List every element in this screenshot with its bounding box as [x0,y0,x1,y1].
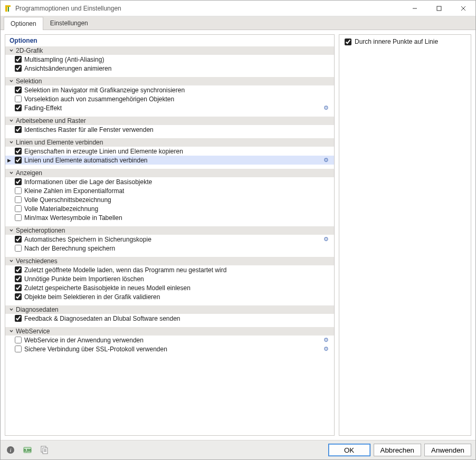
opt-identisches-raster-label: Identisches Raster für alle Fenster verw… [23,126,323,133]
opt-multisampling-label: Multisampling (Anti-Aliasing) [23,56,323,63]
opt-durch-innere-punkte[interactable]: Durch innere Punkte auf Linie [345,38,465,45]
gear-icon[interactable]: ⚙ [323,337,332,343]
opt-basisobjekte-einlesen-checkbox[interactable] [15,284,22,291]
gear-icon[interactable]: ⚙ [323,104,332,111]
opt-feedback-senden-checkbox[interactable] [15,315,22,322]
close-button[interactable] [451,1,475,16]
grp-anzeigen-label: Anzeigen [15,169,332,177]
opt-kleine-zahlen-exp[interactable]: Kleine Zahlen im Exponentialformat [5,186,334,195]
opt-nach-berechnung-speichern[interactable]: Nach der Berechnung speichern [5,244,334,253]
opt-feedback-senden[interactable]: Feedback & Diagnosedaten an Dlubal Softw… [5,314,334,323]
detail-panel: Durch innere Punkte auf Linie [339,34,471,436]
opt-kleine-zahlen-exp-checkbox[interactable] [15,187,22,194]
grp-verschiedenes-header[interactable]: Verschiedenes [5,257,334,265]
opt-objekte-validieren[interactable]: Objekte beim Selektieren in der Grafik v… [5,292,334,301]
opt-navigator-sync[interactable]: Selektion im Navigator mit Grafikanzeige… [5,85,334,94]
opt-ansichtsaenderungen-animieren[interactable]: Ansichtsänderungen animieren [5,64,334,73]
opt-webservice-verwenden[interactable]: WebService in der Anwendung verwenden⚙ [5,336,334,344]
opt-minmax-werte-checkbox[interactable] [15,214,22,221]
opt-multisampling[interactable]: Multisampling (Anti-Aliasing) [5,55,334,64]
grp-verschiedenes-label: Verschiedenes [15,257,332,265]
grp-webservice-header[interactable]: WebService [5,327,334,336]
opt-ssl-verbindung[interactable]: Sichere Verbindung über SSL-Protokoll ve… [5,344,334,353]
copy-icon[interactable] [39,444,50,456]
options-tree[interactable]: Optionen 2D-GrafikMultisampling (Anti-Al… [5,34,335,436]
opt-vorselektion-checkbox[interactable] [15,95,22,102]
help-icon[interactable]: i [5,444,16,456]
opt-navigator-sync-checkbox[interactable] [15,87,22,93]
opt-basisobjekte-einlesen-label: Zuletzt gespeicherte Basisobjekte in neu… [23,284,323,292]
tab-optionen[interactable]: Optionen [4,17,43,30]
opt-durch-innere-punkte-label: Durch innere Punkte auf Linie [355,38,438,45]
opt-auto-speichern[interactable]: Automatisches Speichern in Sicherungskop… [5,235,334,244]
grp-anzeigen-header[interactable]: Anzeigen [5,169,334,177]
opt-identisches-raster-checkbox[interactable] [15,126,22,133]
opt-nach-berechnung-speichern-checkbox[interactable] [15,245,22,252]
opt-durch-innere-punkte-checkbox[interactable] [345,39,351,45]
opt-vorselektion[interactable]: Vorselektion auch von zusammengehörigen … [5,94,334,103]
opt-infos-basisobjekte[interactable]: Informationen über die Lage der Basisobj… [5,177,334,186]
opt-linien-auto-verbinden[interactable]: ▶Linien und Elemente automatisch verbind… [5,156,334,165]
opt-volle-querschnitt-checkbox[interactable] [15,196,22,203]
titlebar: Programmoptionen und Einstellungen [1,1,475,16]
opt-ansichtsaenderungen-animieren-checkbox[interactable] [15,65,22,72]
opt-zuletzt-modelle-laden-label: Zuletzt geöffnete Modelle laden, wenn da… [23,266,323,274]
grp-linien-elemente-label: Linien und Elemente verbinden [15,139,332,146]
minimize-button[interactable] [403,1,427,16]
opt-fading-effekt-label: Fading-Effekt [23,104,323,112]
opt-minmax-werte[interactable]: Min/max Wertesymbole in Tabellen [5,213,334,222]
svg-rect-4 [437,6,441,11]
grp-arbeitsebene-header[interactable]: Arbeitsebene und Raster [5,117,334,125]
opt-zuletzt-modelle-laden[interactable]: Zuletzt geöffnete Modelle laden, wenn da… [5,265,334,274]
opt-zuletzt-modelle-laden-checkbox[interactable] [15,266,22,273]
opt-webservice-verwenden-checkbox[interactable] [15,337,22,343]
opt-objekte-validieren-label: Objekte beim Selektieren in der Grafik v… [23,293,323,301]
grp-selektion-header[interactable]: Selektion [5,77,334,85]
opt-basisobjekte-einlesen[interactable]: Zuletzt gespeicherte Basisobjekte in neu… [5,283,334,292]
apply-button[interactable]: Anwenden [424,444,471,456]
opt-auto-speichern-checkbox[interactable] [15,236,22,243]
opt-fading-effekt[interactable]: Fading-Effekt⚙ [5,103,334,112]
opt-unnoetige-punkte-checkbox[interactable] [15,275,22,282]
options-window: Programmoptionen und Einstellungen Optio… [0,0,476,460]
window-controls [403,1,475,16]
opt-eigenschaften-kopieren-label: Eigenschaften in erzeugte Linien und Ele… [23,148,323,155]
opt-volle-querschnitt-label: Volle Querschnittsbezeichnung [23,196,323,204]
maximize-button[interactable] [427,1,451,16]
opt-infos-basisobjekte-label: Informationen über die Lage der Basisobj… [23,178,323,186]
gear-icon[interactable]: ⚙ [323,236,332,243]
opt-volle-material-checkbox[interactable] [15,205,22,212]
opt-objekte-validieren-checkbox[interactable] [15,293,22,300]
opt-unnoetige-punkte[interactable]: Unnötige Punkte beim Importieren löschen [5,274,334,283]
svg-rect-2 [8,7,9,12]
tab-einstellungen[interactable]: Einstellungen [43,16,95,30]
grp-linien-elemente-header[interactable]: Linien und Elemente verbinden [5,138,334,147]
opt-webservice-verwenden-label: WebService in der Anwendung verwenden [23,337,323,344]
opt-identisches-raster[interactable]: Identisches Raster für alle Fenster verw… [5,125,334,134]
opt-volle-material[interactable]: Volle Materialbezeichnung [5,204,334,213]
opt-infos-basisobjekte-checkbox[interactable] [15,178,22,185]
grp-2d-grafik-header[interactable]: 2D-Grafik [5,46,334,55]
chevron-down-icon [7,48,15,54]
dialog-footer: i 0,00 OK Abbrechen Anwenden [1,440,475,459]
opt-fading-effekt-checkbox[interactable] [15,104,22,111]
opt-multisampling-checkbox[interactable] [15,56,22,63]
chevron-down-icon [7,258,15,264]
cancel-button[interactable]: Abbrechen [374,444,421,456]
footer-toolbar: i 0,00 [5,444,50,456]
opt-eigenschaften-kopieren[interactable]: Eigenschaften in erzeugte Linien und Ele… [5,147,334,156]
opt-ssl-verbindung-checkbox[interactable] [15,346,22,352]
grp-diagnosedaten-label: Diagnosedaten [15,306,332,313]
opt-linien-auto-verbinden-checkbox[interactable] [15,157,22,164]
gear-icon[interactable]: ⚙ [323,346,332,352]
gear-icon[interactable]: ⚙ [323,157,332,164]
ok-button[interactable]: OK [328,444,370,456]
svg-text:i: i [9,447,11,453]
opt-eigenschaften-kopieren-checkbox[interactable] [15,148,22,155]
grp-speicheroptionen-header[interactable]: Speicheroptionen [5,226,334,235]
grp-diagnosedaten-header[interactable]: Diagnosedaten [5,305,334,314]
opt-unnoetige-punkte-label: Unnötige Punkte beim Importieren löschen [23,275,323,283]
opt-volle-querschnitt[interactable]: Volle Querschnittsbezeichnung [5,195,334,204]
grp-speicheroptionen-label: Speicheroptionen [15,227,332,234]
units-icon[interactable]: 0,00 [22,444,33,456]
